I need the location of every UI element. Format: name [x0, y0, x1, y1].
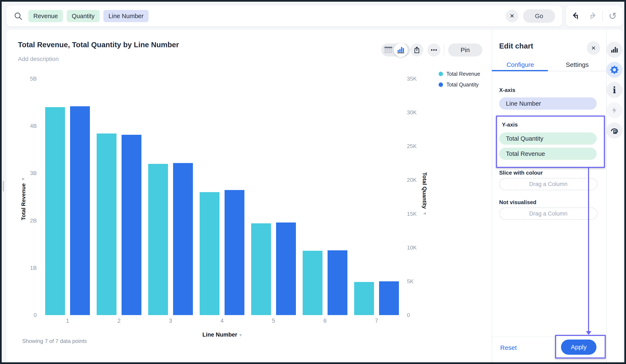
x-axis-field-line-number[interactable]: Line Number — [499, 97, 597, 110]
rail-divider — [606, 30, 607, 362]
x-tick-1: 1 — [45, 318, 90, 324]
search-token-quantity[interactable]: Quantity — [67, 10, 100, 22]
panel-divider — [492, 30, 492, 362]
slice-section-label: Slice with colour — [499, 170, 543, 176]
redo-icon[interactable] — [587, 11, 596, 21]
bar-total-revenue-6[interactable] — [303, 251, 322, 315]
y-axis-field-total-revenue[interactable]: Total Revenue — [499, 148, 597, 160]
bar-total-revenue-5[interactable] — [251, 223, 271, 315]
search-icon — [13, 11, 23, 21]
bar-total-quantity-1[interactable] — [70, 106, 90, 315]
x-tick-3: 3 — [148, 318, 193, 324]
x-tick-7: 7 — [354, 318, 399, 324]
answer-card: Total Revenue, Total Quantity by Line Nu… — [6, 30, 623, 362]
tab-configure[interactable]: Configure — [492, 61, 549, 68]
right-axis-title[interactable]: Total Quantity ◂ — [418, 162, 431, 226]
gear-icon — [610, 65, 619, 74]
r-analysis-button[interactable]: R — [606, 122, 623, 139]
active-tab-underline — [492, 70, 548, 71]
bar-total-quantity-5[interactable] — [276, 222, 296, 315]
x-axis-title[interactable]: Line Number▾ — [180, 331, 264, 338]
bar-total-quantity-4[interactable] — [225, 190, 244, 315]
svg-text:R: R — [613, 129, 617, 135]
undo-icon[interactable] — [572, 11, 581, 21]
bar-total-quantity-3[interactable] — [173, 163, 193, 315]
x-tick-6: 6 — [303, 318, 347, 324]
clear-search-button[interactable]: ✕ — [506, 10, 518, 22]
y-axis-section-label: Y-axis — [502, 121, 518, 128]
bar-total-quantity-7[interactable] — [379, 281, 399, 315]
r-logo-icon: R — [610, 126, 619, 135]
sort-triangle-icon: ▸ — [22, 176, 25, 181]
history-toolbar: ↺ — [566, 5, 623, 27]
bar-total-revenue-4[interactable] — [200, 192, 220, 315]
go-button[interactable]: Go — [523, 9, 555, 23]
search-tokens: RevenueQuantityLine Number — [28, 10, 506, 22]
bar-total-revenue-7[interactable] — [354, 282, 374, 315]
bar-total-revenue-1[interactable] — [45, 107, 65, 315]
edit-chart-title: Edit chart — [499, 42, 533, 50]
info-button[interactable]: i — [606, 82, 623, 98]
search-token-revenue[interactable]: Revenue — [28, 10, 63, 22]
bar-total-revenue-3[interactable] — [148, 164, 168, 315]
slice-dropzone[interactable]: Drag a Column — [499, 178, 597, 190]
bar-chart-icon — [610, 45, 619, 54]
lightning-icon — [611, 107, 618, 114]
left-axis-title-label: Total Revenue — [20, 183, 27, 220]
info-icon: i — [613, 85, 616, 95]
x-axis-section-label: X-axis — [499, 87, 515, 93]
x-axis-title-label: Line Number — [202, 331, 237, 338]
x-tick-4: 4 — [200, 318, 244, 324]
bar-total-quantity-2[interactable] — [121, 135, 141, 315]
reset-history-icon[interactable]: ↺ — [609, 11, 617, 21]
reset-button[interactable]: Reset — [500, 344, 517, 351]
search-token-line-number[interactable]: Line Number — [103, 10, 149, 22]
right-axis-title-label: Total Quantity — [421, 172, 428, 209]
x-tick-2: 2 — [97, 318, 141, 324]
page-background: RevenueQuantityLine Number ✕ Go ↺ Total … — [2, 2, 624, 362]
sort-triangle-icon: ▾ — [239, 332, 242, 338]
configure-chart-button[interactable] — [606, 62, 623, 78]
app-window: RevenueQuantityLine Number ✕ Go ↺ Total … — [0, 0, 626, 364]
left-axis-title[interactable]: ▸ Total Revenue — [16, 167, 30, 230]
not-visualised-dropzone[interactable]: Drag a Column — [499, 208, 597, 220]
sort-triangle-icon: ◂ — [423, 211, 426, 216]
y-axis-field-total-quantity[interactable]: Total Quantity — [499, 132, 597, 145]
data-points-status: Showing 7 of 7 data points — [22, 338, 87, 344]
chart-types-button[interactable] — [606, 42, 623, 58]
close-panel-button[interactable]: ✕ — [587, 41, 600, 55]
annotation-arrow-head — [586, 331, 591, 335]
bar-total-quantity-6[interactable] — [328, 250, 347, 315]
annotation-arrow — [588, 168, 589, 331]
not-visualised-section-label: Not visualised — [499, 199, 536, 206]
bar-total-revenue-2[interactable] — [97, 134, 117, 315]
search-bar[interactable]: RevenueQuantityLine Number ✕ Go — [6, 5, 562, 27]
apply-button[interactable]: Apply — [561, 339, 596, 355]
panel-resize-handle[interactable] — [3, 181, 4, 191]
toolbar-divider — [602, 10, 603, 22]
spotiq-button[interactable] — [606, 102, 623, 118]
x-tick-5: 5 — [251, 318, 296, 324]
tab-settings[interactable]: Settings — [549, 61, 606, 68]
